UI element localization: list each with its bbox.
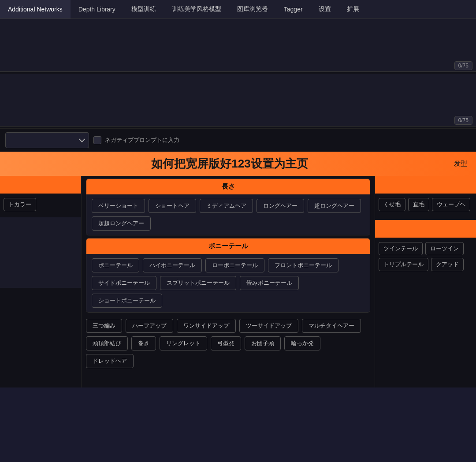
tag-group-length: 長さ ベリーショート ショートヘア ミディアムヘア ロングヘアー 超ロングヘアー…	[86, 179, 370, 235]
tag-top-knot[interactable]: 頭頂部結び	[86, 336, 128, 350]
tag-group-ponytail: ポニーテール ポニーテール ハイポニーテール ローポニーテール フロントポニーテ…	[86, 238, 370, 313]
left-tag-row: トカラー	[0, 194, 81, 216]
main-content: トカラー 長さ ベリーショート ショートヘア ミディアムヘア ロングヘアー 超ロ…	[0, 176, 476, 387]
right-tag-row2: ツインテール ローツイン トリプルテール クアッド	[375, 238, 476, 276]
right-tag-row1: くせ毛 直毛 ウェーブヘ	[375, 194, 476, 216]
tag-long-hair[interactable]: ロングヘアー	[257, 199, 304, 213]
category-dropdown[interactable]	[5, 132, 89, 148]
tag-loop-hair[interactable]: 輪っか発	[284, 336, 320, 350]
tag-very-long-hair[interactable]: 超ロングヘアー	[308, 199, 361, 213]
nav-bar: Additional Networks Depth Library 模型训练 训…	[0, 0, 476, 19]
tag-high-ponytail[interactable]: ハイポニーテール	[143, 258, 202, 272]
right-tag-curly-hair[interactable]: くせ毛	[379, 198, 405, 211]
prompt-wrapper-2: 0/75	[0, 74, 476, 128]
token-count-2: 0/75	[454, 116, 472, 125]
middle-panel: 長さ ベリーショート ショートヘア ミディアムヘア ロングヘアー 超ロングヘアー…	[82, 176, 375, 387]
prompt-section-2: 0/75	[0, 74, 476, 128]
tag-ringlet[interactable]: リングレット	[160, 336, 207, 350]
nav-tagger[interactable]: Tagger	[276, 0, 311, 19]
bottom-tags: 三つ編み ハーフアップ ワンサイドアップ ツーサイドアップ マルチタイヘアー 頭…	[82, 315, 375, 372]
tag-braid[interactable]: 三つ編み	[86, 319, 122, 333]
prompt-wrapper-1: 0/75	[0, 19, 476, 74]
prompt-section-1: 0/75	[0, 19, 476, 74]
left-panel-header	[0, 176, 81, 194]
tag-group-ponytail-header: ポニーテール	[86, 238, 370, 254]
tag-multi-tie-hair[interactable]: マルチタイヘアー	[302, 319, 361, 333]
right-panel-header2	[375, 220, 476, 238]
left-panel-image-area	[0, 217, 81, 288]
tag-group-length-body: ベリーショート ショートヘア ミディアムヘア ロングヘアー 超ロングヘアー 超超…	[86, 194, 370, 235]
tag-super-long-hair[interactable]: 超超ロングヘアー	[92, 216, 151, 231]
neg-prompt-label: ネガティブプロンプトに入力	[105, 136, 179, 144]
tag-ponytail[interactable]: ポニーテール	[92, 258, 139, 272]
tag-folded-ponytail[interactable]: 畳みポニーテール	[240, 276, 299, 290]
tag-curly[interactable]: 巻き	[131, 336, 156, 350]
tag-short-ponytail[interactable]: ショートポニーテール	[92, 294, 162, 308]
tag-half-up[interactable]: ハーフアップ	[126, 319, 173, 333]
tag-very-short[interactable]: ベリーショート	[92, 199, 145, 213]
right-tag-triple-tail[interactable]: トリプルテール	[379, 258, 428, 271]
right-tag-wave-hair[interactable]: ウェーブヘ	[432, 198, 470, 211]
left-tag-color[interactable]: トカラー	[4, 198, 36, 211]
tag-split-ponytail[interactable]: スプリットポニーテール	[160, 276, 236, 290]
tag-medium-hair[interactable]: ミディアムヘア	[200, 199, 253, 213]
token-count-1: 0/75	[454, 61, 472, 70]
left-panel: トカラー	[0, 176, 82, 387]
right-tag-low-twin[interactable]: ローツイン	[425, 242, 464, 255]
tag-bun[interactable]: お団子頭	[245, 336, 281, 350]
tag-group-ponytail-body: ポニーテール ハイポニーテール ローポニーテール フロントポニーテール サイドポ…	[86, 254, 370, 312]
tag-side-ponytail[interactable]: サイドポニーテール	[92, 276, 156, 290]
banner-title: 如何把宽屏版好123设置为主页	[9, 156, 450, 171]
neg-prompt-checkbox-wrap: ネガティブプロンプトに入力	[93, 136, 179, 144]
nav-aesthetic-training[interactable]: 训练美学风格模型	[164, 0, 229, 19]
nav-depth-library[interactable]: Depth Library	[71, 0, 123, 19]
right-tag-straight-hair[interactable]: 直毛	[408, 198, 429, 211]
nav-additional-networks[interactable]: Additional Networks	[0, 0, 71, 19]
tag-group-length-header: 長さ	[86, 179, 370, 194]
negative-prompt-input[interactable]	[0, 74, 476, 127]
banner-subtitle: 发型	[454, 160, 467, 168]
banner-section: 如何把宽屏版好123设置为主页 发型	[0, 152, 476, 176]
tag-dreadlock[interactable]: ドレッドヘア	[86, 354, 134, 368]
tag-short-hair[interactable]: ショートヘア	[149, 199, 196, 213]
main-banner: 如何把宽屏版好123设置为主页 发型	[0, 152, 476, 176]
prompt-input-1[interactable]	[0, 19, 476, 72]
nav-model-training[interactable]: 模型训练	[123, 0, 164, 19]
nav-settings[interactable]: 设置	[311, 0, 339, 19]
tag-low-ponytail[interactable]: ローポニーテール	[205, 258, 264, 272]
right-panel: くせ毛 直毛 ウェーブヘ ツインテール ローツイン トリプルテール クアッド	[375, 176, 476, 387]
tag-two-side-up[interactable]: ツーサイドアップ	[239, 319, 298, 333]
tag-bow-wave[interactable]: 弓型発	[211, 336, 241, 350]
right-panel-header1	[375, 176, 476, 194]
controls-row: ネガティブプロンプトに入力	[0, 128, 476, 152]
right-tag-twin-tail[interactable]: ツインテール	[379, 242, 423, 255]
nav-extensions[interactable]: 扩展	[339, 0, 367, 19]
nav-gallery[interactable]: 图库浏览器	[229, 0, 276, 19]
neg-prompt-checkbox[interactable]	[93, 136, 101, 144]
tag-front-ponytail[interactable]: フロントポニーテール	[268, 258, 338, 272]
right-tag-quad[interactable]: クアッド	[431, 258, 464, 271]
chevron-down-icon	[79, 136, 85, 142]
tag-one-side-up[interactable]: ワンサイドアップ	[177, 319, 236, 333]
